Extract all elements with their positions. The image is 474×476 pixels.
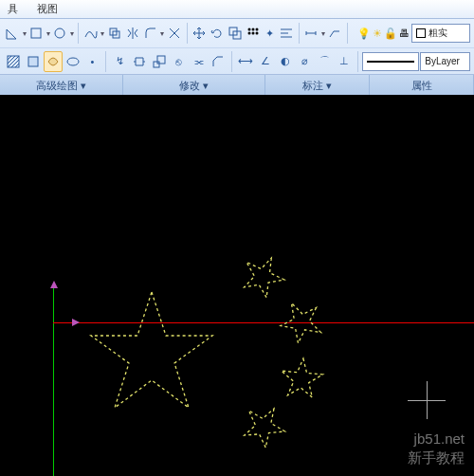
- scale-icon[interactable]: [150, 51, 169, 72]
- dim-radius-icon[interactable]: ◐: [276, 51, 295, 72]
- align-icon[interactable]: [278, 23, 295, 44]
- boundary-icon[interactable]: [44, 51, 63, 72]
- svg-point-6: [248, 28, 251, 31]
- dropdown-icon[interactable]: ▾: [22, 29, 27, 38]
- square-icon[interactable]: [27, 23, 45, 44]
- svg-point-1: [55, 28, 64, 38]
- svg-point-7: [252, 28, 255, 31]
- drawing-canvas[interactable]: jb51.net 新手教程: [0, 95, 474, 476]
- svg-point-8: [256, 28, 259, 31]
- move-icon[interactable]: [191, 23, 208, 44]
- region-icon[interactable]: [24, 51, 43, 72]
- edit-icon[interactable]: ↯: [110, 51, 129, 72]
- linear-dim-icon[interactable]: [302, 23, 319, 44]
- chamfer-icon[interactable]: [209, 51, 228, 72]
- svg-point-11: [256, 32, 259, 35]
- hatch-icon[interactable]: [4, 51, 23, 72]
- explode-icon[interactable]: ✦: [263, 23, 277, 44]
- dim-ordinate-icon[interactable]: ⊥: [336, 51, 355, 72]
- small-star-3: [280, 357, 324, 398]
- dim-diameter-icon[interactable]: ⌀: [296, 51, 315, 72]
- lightbulb-icon[interactable]: 💡: [357, 27, 371, 40]
- linetype-selector[interactable]: [362, 52, 419, 71]
- spline-icon[interactable]: [82, 23, 100, 44]
- svg-marker-19: [275, 293, 331, 349]
- small-star-2: [275, 293, 331, 349]
- panel-annotate[interactable]: 标注 ▾: [265, 75, 370, 95]
- svg-point-9: [248, 32, 251, 35]
- menu-item[interactable]: 视图: [33, 0, 62, 18]
- menu-item[interactable]: 具: [4, 0, 22, 18]
- svg-marker-21: [237, 398, 292, 452]
- dropdown-icon[interactable]: ▾: [100, 29, 105, 38]
- array-icon[interactable]: [245, 23, 262, 44]
- svg-rect-0: [31, 28, 41, 38]
- layer-controls: 💡 ☀ 🔓 🖶 粗实: [357, 24, 470, 43]
- stretch-icon[interactable]: [130, 51, 149, 72]
- svg-rect-15: [154, 62, 159, 67]
- svg-rect-16: [157, 56, 165, 64]
- panel-properties[interactable]: 属性: [370, 75, 474, 95]
- menubar: 具 视图: [0, 0, 474, 19]
- small-star-4: [237, 398, 292, 452]
- mirror-icon[interactable]: [124, 23, 141, 44]
- dim-arc-icon[interactable]: ⌒: [316, 51, 335, 72]
- svg-marker-20: [280, 357, 324, 398]
- dropdown-icon[interactable]: ▾: [320, 29, 325, 38]
- drawing-svg: [0, 95, 474, 476]
- panel-modify[interactable]: 修改 ▾: [123, 75, 265, 95]
- svg-marker-18: [236, 249, 290, 302]
- svg-point-14: [67, 58, 79, 65]
- toolbar-row-2: • ↯ ⎋ ⫘ ⟷ ∠ ◐ ⌀ ⌒ ⊥ ByLayer: [0, 47, 474, 74]
- ellipse-icon[interactable]: [64, 51, 82, 72]
- join-icon[interactable]: ⫘: [190, 51, 209, 72]
- linetype-name[interactable]: ByLayer: [420, 52, 470, 71]
- trim-icon[interactable]: [166, 23, 183, 44]
- angle-icon[interactable]: [4, 23, 21, 44]
- small-star-1: [236, 249, 290, 302]
- circle-icon[interactable]: [51, 23, 68, 44]
- break-icon[interactable]: ⎋: [170, 51, 189, 72]
- svg-marker-17: [91, 292, 212, 408]
- dropdown-icon[interactable]: ▾: [46, 29, 50, 38]
- fillet-icon[interactable]: [142, 23, 159, 44]
- rotate-icon[interactable]: [209, 23, 226, 44]
- layer-selector[interactable]: 粗实: [411, 24, 470, 43]
- dropdown-icon[interactable]: ▾: [160, 29, 165, 38]
- big-star: [91, 292, 212, 408]
- watermark: jb51.net 新手教程: [408, 430, 465, 467]
- copy-icon[interactable]: [106, 23, 123, 44]
- dim-angle-icon[interactable]: ∠: [256, 51, 275, 72]
- printer-icon[interactable]: 🖶: [399, 27, 410, 39]
- leader-icon[interactable]: [326, 23, 343, 44]
- toolbar-row-1: ▾ ▾ ▾ ▾ ▾ ✦ ▾ 💡 ☀ 🔓 🖶 粗实: [0, 19, 474, 47]
- dim-linear-icon[interactable]: ⟷: [236, 51, 255, 72]
- svg-rect-13: [28, 57, 38, 66]
- svg-point-10: [252, 32, 255, 35]
- panel-labels: 高级绘图 ▾ 修改 ▾ 标注 ▾ 属性: [0, 74, 474, 95]
- point-icon[interactable]: •: [82, 51, 101, 72]
- offset-icon[interactable]: [227, 23, 244, 44]
- ribbon: ▾ ▾ ▾ ▾ ▾ ✦ ▾ 💡 ☀ 🔓 🖶 粗实 • ↯: [0, 19, 474, 96]
- lock-icon[interactable]: 🔓: [384, 27, 397, 40]
- dropdown-icon[interactable]: ▾: [69, 29, 74, 38]
- sun-icon[interactable]: ☀: [373, 27, 382, 40]
- panel-advanced-draw[interactable]: 高级绘图 ▾: [0, 75, 123, 95]
